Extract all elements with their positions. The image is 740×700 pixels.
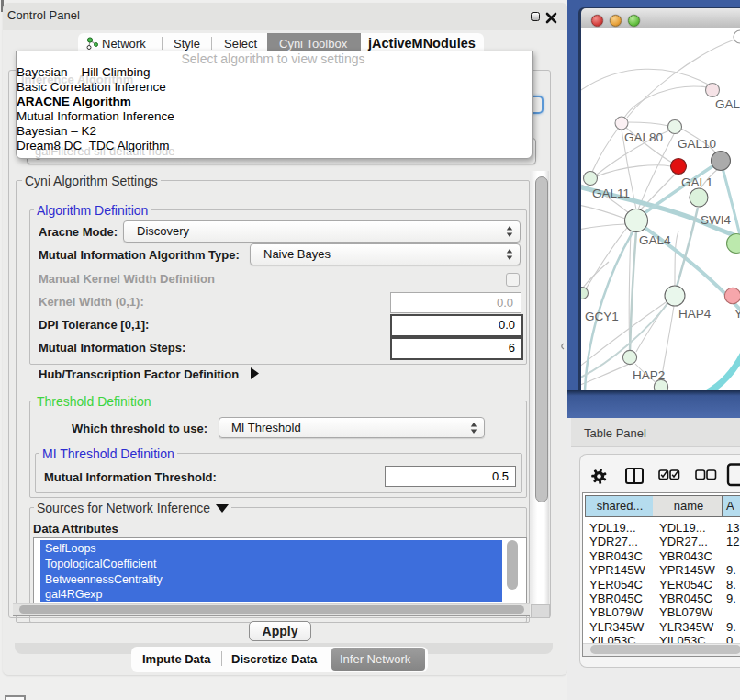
svg-text:GAL11: GAL11 <box>592 186 630 200</box>
svg-text:GAL1: GAL1 <box>681 175 713 189</box>
svg-text:SWI4: SWI4 <box>701 213 731 227</box>
svg-text:GAL4: GAL4 <box>639 233 671 247</box>
svg-text:GAL7: GAL7 <box>715 97 740 111</box>
svg-text:HAP4: HAP4 <box>678 307 712 321</box>
svg-text:Y: Y <box>734 307 740 321</box>
svg-text:HAP2: HAP2 <box>633 368 665 382</box>
svg-text:GAL10: GAL10 <box>678 137 716 151</box>
svg-text:GCY1: GCY1 <box>585 310 619 323</box>
svg-text:GAL80: GAL80 <box>624 130 663 144</box>
